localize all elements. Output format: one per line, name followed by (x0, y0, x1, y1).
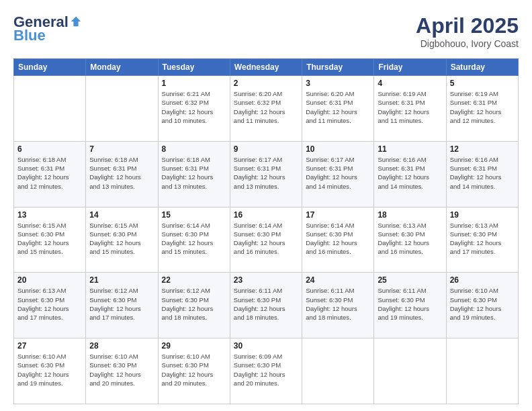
day-of-week-wednesday: Wednesday (230, 59, 302, 76)
day-info: Sunrise: 6:15 AM Sunset: 6:30 PM Dayligh… (17, 221, 82, 257)
calendar-cell: 24Sunrise: 6:11 AM Sunset: 6:30 PM Dayli… (302, 273, 374, 338)
header: General Blue April 2025 Digbohouo, Ivory… (13, 13, 519, 49)
calendar-week-row: 6Sunrise: 6:18 AM Sunset: 6:31 PM Daylig… (14, 141, 519, 207)
calendar-cell: 8Sunrise: 6:18 AM Sunset: 6:31 PM Daylig… (158, 141, 230, 207)
day-info: Sunrise: 6:18 AM Sunset: 6:31 PM Dayligh… (89, 155, 154, 191)
day-number: 29 (162, 341, 226, 351)
calendar-cell: 3Sunrise: 6:20 AM Sunset: 6:31 PM Daylig… (302, 76, 374, 142)
day-number: 6 (17, 144, 82, 154)
calendar-cell: 4Sunrise: 6:19 AM Sunset: 6:31 PM Daylig… (374, 76, 446, 142)
day-number: 21 (89, 275, 154, 285)
calendar-header-row: SundayMondayTuesdayWednesdayThursdayFrid… (14, 59, 519, 76)
day-info: Sunrise: 6:11 AM Sunset: 6:30 PM Dayligh… (306, 286, 370, 322)
day-info: Sunrise: 6:13 AM Sunset: 6:30 PM Dayligh… (450, 221, 515, 257)
day-info: Sunrise: 6:19 AM Sunset: 6:31 PM Dayligh… (450, 89, 515, 125)
day-info: Sunrise: 6:12 AM Sunset: 6:30 PM Dayligh… (162, 286, 226, 322)
day-number: 16 (234, 210, 298, 220)
day-number: 8 (162, 144, 226, 154)
day-info: Sunrise: 6:09 AM Sunset: 6:30 PM Dayligh… (234, 352, 298, 387)
calendar-cell: 18Sunrise: 6:13 AM Sunset: 6:30 PM Dayli… (374, 207, 446, 273)
day-of-week-saturday: Saturday (446, 59, 518, 76)
day-info: Sunrise: 6:18 AM Sunset: 6:31 PM Dayligh… (17, 155, 82, 191)
calendar-cell (446, 338, 518, 404)
day-number: 5 (450, 79, 515, 88)
calendar-cell: 13Sunrise: 6:15 AM Sunset: 6:30 PM Dayli… (14, 207, 86, 273)
day-info: Sunrise: 6:16 AM Sunset: 6:31 PM Dayligh… (378, 155, 442, 191)
calendar-location: Digbohouo, Ivory Coast (416, 38, 519, 49)
day-info: Sunrise: 6:10 AM Sunset: 6:30 PM Dayligh… (89, 352, 154, 387)
calendar-cell: 2Sunrise: 6:20 AM Sunset: 6:32 PM Daylig… (230, 76, 302, 142)
day-number: 30 (234, 341, 298, 351)
day-number: 24 (306, 275, 370, 285)
day-of-week-friday: Friday (374, 59, 446, 76)
calendar-cell: 15Sunrise: 6:14 AM Sunset: 6:30 PM Dayli… (158, 207, 230, 273)
day-number: 13 (17, 210, 82, 220)
day-number: 20 (17, 275, 82, 285)
calendar-cell: 30Sunrise: 6:09 AM Sunset: 6:30 PM Dayli… (230, 338, 302, 404)
day-number: 23 (234, 275, 298, 285)
day-number: 2 (234, 79, 298, 88)
day-info: Sunrise: 6:14 AM Sunset: 6:30 PM Dayligh… (234, 221, 298, 257)
title-block: April 2025 Digbohouo, Ivory Coast (416, 13, 519, 49)
day-of-week-tuesday: Tuesday (158, 59, 230, 76)
calendar-cell: 26Sunrise: 6:10 AM Sunset: 6:30 PM Dayli… (446, 273, 518, 338)
calendar-cell: 17Sunrise: 6:14 AM Sunset: 6:30 PM Dayli… (302, 207, 374, 273)
day-number: 10 (306, 144, 370, 154)
calendar-cell: 29Sunrise: 6:10 AM Sunset: 6:30 PM Dayli… (158, 338, 230, 404)
day-info: Sunrise: 6:14 AM Sunset: 6:30 PM Dayligh… (162, 221, 226, 257)
day-info: Sunrise: 6:10 AM Sunset: 6:30 PM Dayligh… (450, 286, 515, 322)
day-of-week-thursday: Thursday (302, 59, 374, 76)
logo-icon (70, 15, 82, 28)
calendar-cell: 9Sunrise: 6:17 AM Sunset: 6:31 PM Daylig… (230, 141, 302, 207)
calendar-cell: 6Sunrise: 6:18 AM Sunset: 6:31 PM Daylig… (14, 141, 86, 207)
day-of-week-monday: Monday (86, 59, 158, 76)
calendar-cell (302, 338, 374, 404)
calendar-cell: 21Sunrise: 6:12 AM Sunset: 6:30 PM Dayli… (86, 273, 158, 338)
day-number: 1 (162, 79, 226, 88)
calendar-cell: 5Sunrise: 6:19 AM Sunset: 6:31 PM Daylig… (446, 76, 518, 142)
calendar-cell: 28Sunrise: 6:10 AM Sunset: 6:30 PM Dayli… (86, 338, 158, 404)
day-number: 7 (89, 144, 154, 154)
calendar-cell: 19Sunrise: 6:13 AM Sunset: 6:30 PM Dayli… (446, 207, 518, 273)
day-number: 22 (162, 275, 226, 285)
calendar-cell: 16Sunrise: 6:14 AM Sunset: 6:30 PM Dayli… (230, 207, 302, 273)
calendar-cell: 10Sunrise: 6:17 AM Sunset: 6:31 PM Dayli… (302, 141, 374, 207)
day-of-week-sunday: Sunday (14, 59, 86, 76)
day-number: 17 (306, 210, 370, 220)
calendar-cell: 25Sunrise: 6:11 AM Sunset: 6:30 PM Dayli… (374, 273, 446, 338)
day-number: 26 (450, 275, 515, 285)
day-number: 12 (450, 144, 515, 154)
svg-marker-0 (71, 17, 81, 26)
day-info: Sunrise: 6:19 AM Sunset: 6:31 PM Dayligh… (378, 89, 442, 125)
calendar-cell: 23Sunrise: 6:11 AM Sunset: 6:30 PM Dayli… (230, 273, 302, 338)
day-info: Sunrise: 6:11 AM Sunset: 6:30 PM Dayligh… (378, 286, 442, 322)
day-info: Sunrise: 6:12 AM Sunset: 6:30 PM Dayligh… (89, 286, 154, 322)
day-info: Sunrise: 6:18 AM Sunset: 6:31 PM Dayligh… (162, 155, 226, 191)
day-info: Sunrise: 6:21 AM Sunset: 6:32 PM Dayligh… (162, 89, 226, 125)
calendar-week-row: 1Sunrise: 6:21 AM Sunset: 6:32 PM Daylig… (14, 76, 519, 142)
logo: General Blue (13, 13, 82, 44)
day-info: Sunrise: 6:17 AM Sunset: 6:31 PM Dayligh… (234, 155, 298, 191)
day-info: Sunrise: 6:10 AM Sunset: 6:30 PM Dayligh… (162, 352, 226, 387)
calendar-week-row: 20Sunrise: 6:13 AM Sunset: 6:30 PM Dayli… (14, 273, 519, 338)
day-number: 14 (89, 210, 154, 220)
day-info: Sunrise: 6:11 AM Sunset: 6:30 PM Dayligh… (234, 286, 298, 322)
day-number: 27 (17, 341, 82, 351)
day-info: Sunrise: 6:20 AM Sunset: 6:32 PM Dayligh… (234, 89, 298, 125)
day-info: Sunrise: 6:17 AM Sunset: 6:31 PM Dayligh… (306, 155, 370, 191)
calendar-week-row: 27Sunrise: 6:10 AM Sunset: 6:30 PM Dayli… (14, 338, 519, 404)
day-info: Sunrise: 6:14 AM Sunset: 6:30 PM Dayligh… (306, 221, 370, 257)
day-info: Sunrise: 6:13 AM Sunset: 6:30 PM Dayligh… (17, 286, 82, 322)
calendar-cell: 12Sunrise: 6:16 AM Sunset: 6:31 PM Dayli… (446, 141, 518, 207)
calendar-cell: 14Sunrise: 6:15 AM Sunset: 6:30 PM Dayli… (86, 207, 158, 273)
calendar-cell: 22Sunrise: 6:12 AM Sunset: 6:30 PM Dayli… (158, 273, 230, 338)
calendar-cell: 7Sunrise: 6:18 AM Sunset: 6:31 PM Daylig… (86, 141, 158, 207)
calendar-cell (14, 76, 86, 142)
day-info: Sunrise: 6:20 AM Sunset: 6:31 PM Dayligh… (306, 89, 370, 125)
calendar-cell (86, 76, 158, 142)
calendar-cell: 11Sunrise: 6:16 AM Sunset: 6:31 PM Dayli… (374, 141, 446, 207)
day-info: Sunrise: 6:10 AM Sunset: 6:30 PM Dayligh… (17, 352, 82, 387)
calendar-table: SundayMondayTuesdayWednesdayThursdayFrid… (13, 58, 519, 404)
calendar-cell (374, 338, 446, 404)
calendar-week-row: 13Sunrise: 6:15 AM Sunset: 6:30 PM Dayli… (14, 207, 519, 273)
